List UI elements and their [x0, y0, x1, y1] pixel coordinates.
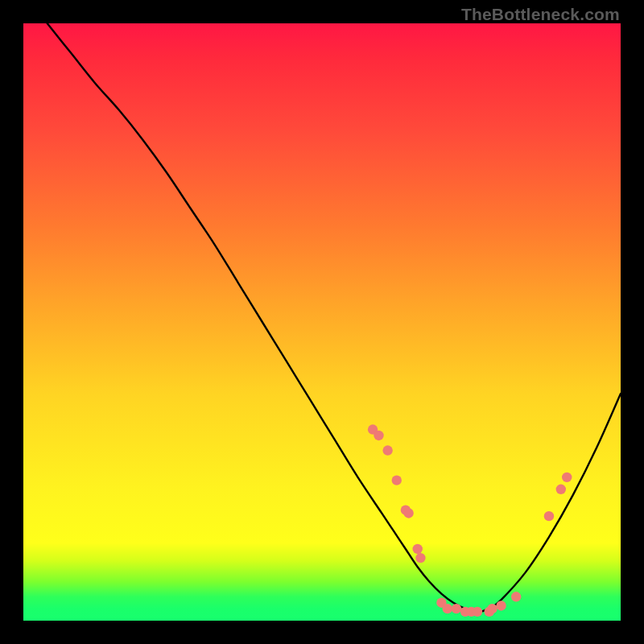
bottleneck-curve — [47, 23, 621, 612]
curve-markers — [368, 424, 572, 617]
curve-marker — [443, 604, 452, 613]
curve-svg — [23, 23, 621, 621]
watermark-text: TheBottleneck.com — [461, 5, 620, 24]
curve-marker — [374, 431, 383, 440]
curve-marker — [473, 607, 482, 617]
curve-marker — [487, 604, 497, 613]
curve-marker — [415, 553, 425, 563]
plot-area — [23, 23, 621, 621]
curve-marker — [511, 592, 521, 601]
curve-marker — [544, 511, 554, 521]
chart-stage: TheBottleneck.com — [0, 0, 644, 644]
curve-marker — [413, 544, 423, 554]
curve-marker — [452, 604, 461, 613]
curve-marker — [392, 475, 402, 485]
curve-marker — [496, 601, 506, 610]
curve-marker — [562, 473, 572, 482]
curve-marker — [556, 485, 566, 494]
curve-marker — [403, 508, 413, 518]
curve-marker — [382, 445, 392, 455]
